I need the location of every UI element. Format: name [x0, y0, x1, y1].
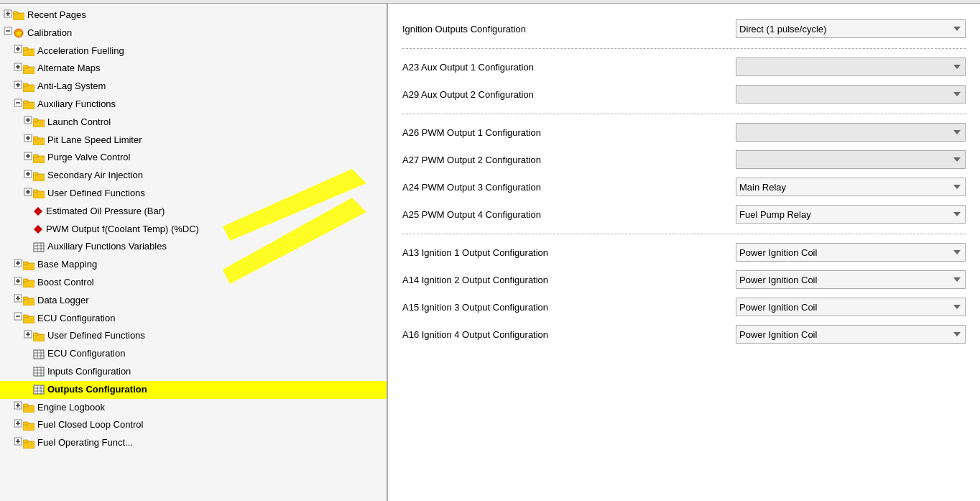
svg-rect-13: [23, 47, 28, 50]
tree-item-pit-lane[interactable]: Pit Lane Speed Limiter: [0, 132, 387, 150]
tree-label-ecu-config-item: ECU Configuration: [47, 346, 125, 362]
tree-label-user-defined-2: User Defined Functions: [47, 328, 145, 344]
config-label-a27-pwm2: A27 PWM Output 2 Configuration: [402, 155, 736, 165]
calibration-icon: [13, 28, 24, 38]
svg-rect-84: [34, 350, 44, 359]
config-control-a16-ign4: Power Ignition Coil: [736, 325, 966, 344]
tree-label-recent-pages: Recent Pages: [27, 8, 86, 23]
tree-label-fuel-closed-loop: Fuel Closed Loop Control: [37, 418, 143, 433]
tree-item-launch-control[interactable]: Launch Control: [0, 114, 387, 132]
tree-item-aux-variables[interactable]: Auxiliary Functions Variables: [0, 238, 387, 256]
tree-item-ecu-config-item[interactable]: ECU Configuration: [0, 345, 387, 363]
tree-item-estimated-oil[interactable]: Estimated Oil Pressure (Bar): [0, 203, 387, 221]
tree-expand-anti-lag[interactable]: [13, 81, 23, 93]
tree-item-fuel-closed-loop[interactable]: Fuel Closed Loop Control: [0, 416, 387, 434]
tree-item-base-mapping[interactable]: Base Mapping: [0, 256, 387, 274]
tree-expand-user-defined-1[interactable]: [23, 188, 33, 201]
tree-label-data-logger: Data Logger: [37, 293, 89, 308]
tree-expand-pit-lane[interactable]: [23, 134, 33, 147]
tree-expand-alternate-maps[interactable]: [13, 63, 23, 75]
config-select-a26-pwm1[interactable]: [736, 123, 966, 142]
config-label-a13-ign1: A13 Ignition 1 Output Configuration: [402, 247, 736, 258]
main-container: Recent Pages Calibration Acceleration Fu…: [0, 4, 980, 501]
tree-item-boost-control[interactable]: Boost Control: [0, 274, 387, 292]
tree-item-user-defined-1[interactable]: User Defined Functions: [0, 185, 387, 203]
tree-item-alternate-maps[interactable]: Alternate Maps: [0, 60, 387, 78]
tree-item-acceleration-fuelling[interactable]: Acceleration Fuelling: [0, 42, 387, 60]
config-label-a24-pwm3: A24 PWM Output 3 Configuration: [402, 182, 736, 193]
tree-label-purge-valve: Purge Valve Control: [47, 150, 130, 165]
folder-icon: [23, 420, 34, 431]
tree-expand-engine-logbook[interactable]: [13, 401, 23, 414]
config-select-a27-pwm2[interactable]: [736, 150, 966, 169]
folder-icon: [23, 64, 34, 74]
tree-item-secondary-air[interactable]: Secondary Air Injection: [0, 167, 387, 185]
tree-item-anti-lag[interactable]: Anti-Lag System: [0, 78, 387, 96]
folder-icon: [23, 260, 34, 270]
tree-expand-data-logger[interactable]: [13, 294, 23, 307]
folder-icon: [33, 117, 45, 127]
config-row-a24-pwm3: A24 PWM Output 3 ConfigurationMain Relay: [402, 173, 966, 201]
svg-rect-74: [23, 297, 28, 300]
tree-expand-secondary-air[interactable]: [23, 170, 33, 183]
tree-expand-fuel-closed-loop[interactable]: [13, 419, 23, 432]
tree-item-user-defined-2[interactable]: User Defined Functions: [0, 327, 387, 345]
tree-label-inputs-config: Inputs Configuration: [47, 364, 131, 380]
config-control-a29-aux2: [736, 85, 966, 104]
svg-rect-69: [23, 279, 28, 282]
config-select-a25-pwm4[interactable]: Fuel Pump Relay: [736, 205, 966, 224]
tree-item-outputs-config[interactable]: Outputs Configuration: [0, 381, 387, 399]
tree-expand-calibration[interactable]: [3, 27, 13, 40]
svg-rect-53: [34, 207, 42, 215]
config-label-a29-aux2: A29 Aux Output 2 Configuration: [402, 89, 736, 100]
svg-rect-113: [23, 440, 28, 443]
config-select-a23-aux1[interactable]: [736, 58, 966, 76]
config-select-a15-ign3[interactable]: Power Ignition Coil: [736, 298, 966, 316]
svg-rect-78: [23, 315, 28, 318]
config-section-section-ignition: Ignition Outputs ConfigurationDirect (1 …: [402, 15, 966, 42]
tree-label-base-mapping: Base Mapping: [37, 257, 97, 272]
tree-label-aux-variables: Auxiliary Functions Variables: [47, 239, 167, 254]
config-label-a16-ign4: A16 Ignition 4 Output Configuration: [402, 329, 736, 340]
tree-expand-ecu-configuration[interactable]: [13, 312, 23, 325]
diamond-icon: [33, 206, 43, 216]
config-row-a13-ign1: A13 Ignition 1 Output ConfigurationPower…: [402, 239, 966, 266]
tree-item-auxiliary-functions[interactable]: Auxiliary Functions: [0, 96, 387, 114]
config-select-a14-ign2[interactable]: Power Ignition Coil: [736, 270, 966, 289]
tree-item-ecu-configuration[interactable]: ECU Configuration: [0, 310, 387, 328]
svg-rect-103: [23, 404, 28, 407]
config-select-a24-pwm3[interactable]: Main Relay: [736, 178, 966, 196]
tree-expand-launch-control[interactable]: [23, 116, 33, 129]
tree-item-purge-valve[interactable]: Purge Valve Control: [0, 149, 387, 167]
svg-rect-108: [23, 422, 28, 425]
tree-expand-base-mapping[interactable]: [13, 259, 23, 272]
tree-expand-recent-pages[interactable]: [3, 9, 13, 22]
tree-expand-user-defined-2[interactable]: [23, 330, 33, 343]
tree-label-ecu-configuration: ECU Configuration: [37, 311, 115, 326]
config-section-section-ignition-outputs: A13 Ignition 1 Output ConfigurationPower…: [402, 239, 966, 348]
diamond-icon: [33, 224, 43, 234]
tree-expand-acceleration-fuelling[interactable]: [13, 45, 23, 58]
tree-expand-purge-valve[interactable]: [23, 152, 33, 165]
tree-item-inputs-config[interactable]: Inputs Configuration: [0, 363, 387, 381]
tree-item-pwm-output[interactable]: PWM Output f(Coolant Temp) (%DC): [0, 221, 387, 239]
tree-expand-auxiliary-functions[interactable]: [13, 98, 23, 111]
svg-rect-54: [34, 225, 42, 233]
config-select-a29-aux2[interactable]: [736, 85, 966, 104]
tree-expand-boost-control[interactable]: [13, 277, 23, 290]
tree-item-engine-logbook[interactable]: Engine Logbook: [0, 399, 387, 417]
config-row-a29-aux2: A29 Aux Output 2 Configuration: [402, 81, 966, 108]
config-select-a13-ign1[interactable]: Power Ignition Coil: [736, 243, 966, 262]
tree-item-fuel-operating[interactable]: Fuel Operating Funct...: [0, 434, 387, 452]
tree-label-auxiliary-functions: Auxiliary Functions: [37, 97, 116, 112]
tree-label-acceleration-fuelling: Acceleration Fuelling: [37, 44, 124, 59]
config-select-a16-ign4[interactable]: Power Ignition Coil: [736, 325, 966, 344]
tree-item-calibration[interactable]: Calibration: [0, 24, 387, 42]
tree-item-data-logger[interactable]: Data Logger: [0, 292, 387, 310]
tree-label-launch-control: Launch Control: [47, 115, 111, 130]
svg-rect-27: [23, 101, 28, 104]
tree-item-recent-pages[interactable]: Recent Pages: [0, 6, 387, 24]
folder-icon: [33, 135, 45, 145]
config-select-ignition-outputs[interactable]: Direct (1 pulse/cycle): [736, 19, 966, 38]
tree-expand-fuel-operating[interactable]: [13, 437, 23, 450]
